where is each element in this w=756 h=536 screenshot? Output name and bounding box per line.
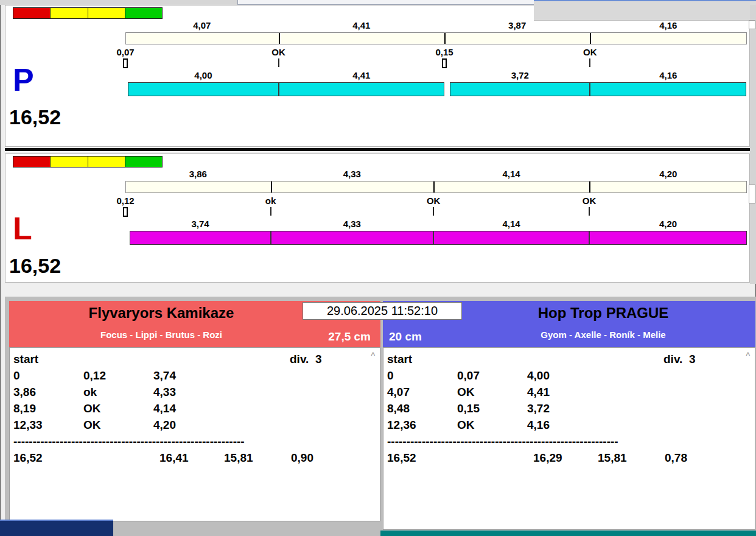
cell-time: 4,33 [153, 386, 176, 399]
cell-cross: ok [83, 386, 97, 399]
table-row: 0 0,07 4,00 [383, 369, 755, 386]
total-time: 16,52 [13, 451, 43, 465]
time-bar-segment [433, 231, 589, 245]
right-scrollbar-rail[interactable] [750, 5, 756, 284]
lower-split-label: 4,20 [659, 219, 677, 229]
upper-split-label: 4,20 [659, 169, 677, 179]
cell-time: 4,00 [527, 369, 550, 383]
tick-glyph [270, 207, 271, 216]
light-red-icon [13, 8, 51, 18]
cell-time: 3,72 [527, 402, 550, 415]
lower-split-label: 4,33 [343, 219, 361, 229]
tick-glyph [589, 207, 590, 216]
light-green-icon [125, 157, 162, 167]
sum-clean-time: 16,29 [533, 451, 562, 465]
background-window-corner [534, 0, 756, 21]
cell-time: 4,41 [527, 386, 550, 399]
upper-split-labels: 3,864,334,144,20 [125, 169, 747, 180]
cell-start: 8,19 [13, 402, 36, 415]
results-footer: Flyvaryors Kamikaze Focus - Lippi - Brut… [5, 297, 756, 536]
race-timestamp: 29.06.2025 11:52:10 [303, 302, 462, 320]
start-label: start [13, 353, 38, 366]
lower-split-label: 3,74 [191, 219, 209, 229]
tick-glyph [433, 207, 434, 216]
right-result-table: start div. 3 ^ 0 0,07 4,00 4,07 OK 4,41 … [383, 347, 755, 530]
cell-start: 0 [387, 369, 394, 383]
time-bar-segment [450, 82, 590, 96]
offset-box-glyph [442, 58, 447, 68]
bar-separator [433, 182, 435, 192]
left-team-dogs: Focus - Lippi - Brutus - Rozi [9, 330, 313, 340]
cell-start: 0 [13, 369, 20, 383]
table-row: 0 0,12 3,74 [10, 369, 380, 386]
crossing-mark-label: OK [583, 47, 597, 57]
time-bar-segment [589, 231, 747, 245]
totals-row: 16,52 16,41 15,81 0,90 [10, 451, 380, 468]
scrollbar-thumb[interactable] [749, 185, 755, 203]
sum-clean-time: 16,41 [159, 451, 189, 465]
offset-box-glyph [123, 58, 128, 68]
upper-split-label: 3,86 [189, 169, 207, 179]
upper-split-label: 4,14 [503, 169, 520, 179]
light-yellow-icon [51, 157, 88, 167]
crossing-mark-label: 0,12 [116, 196, 134, 206]
time-bar-segment [271, 231, 434, 245]
loss-time: 0,78 [665, 451, 687, 465]
lower-split-label: 3,72 [511, 70, 529, 80]
scrollbar-thumb-small[interactable] [749, 20, 755, 29]
flyball-timing-screen: 4,074,413,874,16 0,07OK0,15OK 4,004,413,… [0, 0, 756, 536]
best-time: 15,81 [598, 451, 627, 465]
light-yellow2-icon [88, 8, 125, 18]
tick-glyph [589, 58, 590, 67]
crossing-marks: 0,07OK0,15OK [125, 47, 747, 57]
lane-letter: P [13, 64, 34, 96]
split-target-bar [125, 32, 747, 44]
scroll-up-icon[interactable]: ^ [371, 351, 375, 361]
time-bar-segment [279, 82, 445, 96]
bar-separator [279, 33, 280, 44]
time-bar-segment [590, 82, 746, 96]
dog-time-bar [125, 82, 747, 96]
tick-glyph [278, 58, 279, 67]
table-row: 4,07 OK 4,41 [383, 386, 755, 402]
cell-time: 4,14 [153, 402, 176, 415]
lane-letter: L [13, 213, 32, 244]
crossing-mark-label: OK [271, 47, 285, 57]
background-window-titlebar [0, 520, 113, 536]
lane-total-time: 16,52 [9, 255, 61, 276]
bar-separator [444, 33, 446, 44]
light-red-icon [13, 157, 51, 167]
table-row: 12,36 OK 4,16 [383, 418, 755, 435]
totals-row: 16,52 16,29 15,81 0,78 [383, 451, 755, 468]
scroll-up-icon[interactable]: ^ [746, 351, 750, 361]
right-jump-height: 20 cm [389, 330, 422, 344]
lower-split-label: 4,41 [352, 70, 370, 80]
desktop-strip [380, 531, 756, 536]
right-team-name: Hop Trop PRAGUE [451, 305, 755, 322]
right-team-dogs: Gyom - Axelle - Roník - Melie [451, 330, 755, 340]
cell-cross: OK [83, 418, 101, 432]
left-team-name: Flyvaryors Kamikaze [9, 305, 313, 322]
bar-separator [590, 33, 591, 44]
crossing-glyphs [125, 207, 747, 218]
left-jump-height: 27,5 cm [328, 330, 371, 344]
cell-start: 4,07 [387, 386, 410, 399]
split-target-bar [125, 181, 747, 193]
upper-split-label: 4,41 [352, 20, 370, 30]
upper-split-label: 3,87 [508, 20, 526, 30]
lower-split-labels: 4,004,413,724,16 [125, 70, 747, 81]
cell-start: 12,33 [13, 418, 43, 432]
time-bar-segment [128, 82, 278, 96]
crossing-mark-label: OK [583, 196, 597, 206]
table-separator: ----------------------------------------… [383, 435, 755, 451]
lane-total-time: 16,52 [9, 107, 61, 127]
light-green-icon [125, 8, 162, 18]
loss-time: 0,90 [291, 451, 313, 465]
division-label: div. 3 [663, 353, 695, 366]
left-result-table: start div. 3 ^ 0 0,12 3,74 3,86 ok 4,33 … [9, 347, 380, 521]
crossing-marks: 0,12okOKOK [125, 196, 747, 206]
lower-split-label: 4,00 [194, 70, 212, 80]
lane-l: 3,864,334,144,20 0,12okOKOK 3,744,334,14… [5, 153, 750, 283]
division-label: div. 3 [290, 353, 321, 366]
bar-separator [271, 182, 272, 192]
